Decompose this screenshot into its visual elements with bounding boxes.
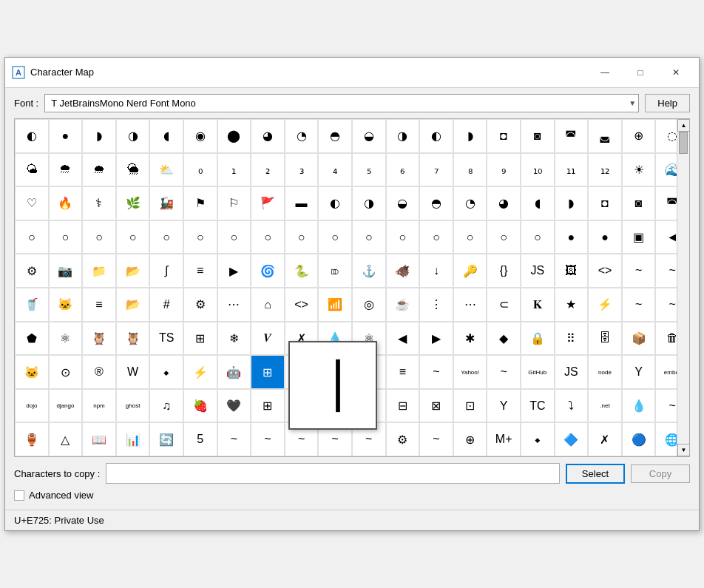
- char-cell[interactable]: 🍓: [183, 389, 217, 423]
- char-cell[interactable]: ○: [419, 220, 453, 254]
- char-cell[interactable]: ≡: [82, 288, 116, 322]
- char-cell[interactable]: ↓: [419, 254, 453, 288]
- char-cell[interactable]: ○: [521, 220, 555, 254]
- char-cell[interactable]: ~: [419, 355, 453, 389]
- char-cell[interactable]: ⤵: [555, 389, 589, 423]
- minimize-button[interactable]: —: [588, 62, 622, 83]
- char-cell[interactable]: <>: [588, 254, 622, 288]
- char-cell[interactable]: ⊂: [487, 288, 521, 322]
- char-cell[interactable]: ●: [555, 220, 589, 254]
- char-cell[interactable]: 🌦: [116, 153, 150, 187]
- char-cell[interactable]: ●: [49, 119, 83, 153]
- char-cell[interactable]: 📖: [82, 422, 116, 456]
- char-cell[interactable]: ◗: [453, 119, 487, 153]
- char-cell[interactable]: ◗: [555, 186, 589, 220]
- char-cell[interactable]: JS: [521, 254, 555, 288]
- char-cell[interactable]: ⎄: [318, 254, 352, 288]
- char-cell[interactable]: ◓: [318, 119, 352, 153]
- scroll-down-button[interactable]: ▼: [677, 444, 690, 456]
- char-cell[interactable]: ⬥: [149, 355, 183, 389]
- char-cell[interactable]: ₀: [183, 153, 217, 187]
- char-cell[interactable]: 🌀: [251, 254, 285, 288]
- char-cell[interactable]: 🏺: [15, 422, 49, 456]
- char-cell[interactable]: ◆: [487, 322, 521, 356]
- char-cell[interactable]: ⚙: [386, 422, 420, 456]
- char-cell[interactable]: ₉: [487, 153, 521, 187]
- char-cell[interactable]: Y: [622, 355, 656, 389]
- char-cell[interactable]: 🗄: [588, 322, 622, 356]
- char-cell[interactable]: ~: [487, 355, 521, 389]
- char-cell[interactable]: ~: [622, 254, 656, 288]
- char-cell[interactable]: 🌧: [82, 153, 116, 187]
- char-cell[interactable]: 🌨: [49, 153, 83, 187]
- char-cell[interactable]: node: [588, 355, 622, 389]
- char-cell[interactable]: .net: [588, 389, 622, 423]
- char-cell[interactable]: ◘: [588, 186, 622, 220]
- char-cell[interactable]: ≡: [386, 355, 420, 389]
- char-cell[interactable]: △: [49, 422, 83, 456]
- char-cell[interactable]: ◒: [352, 119, 386, 153]
- char-cell[interactable]: ₆: [386, 153, 420, 187]
- char-cell[interactable]: #: [149, 288, 183, 322]
- select-button[interactable]: Select: [566, 464, 625, 484]
- char-cell[interactable]: ○: [82, 220, 116, 254]
- char-cell[interactable]: 🌤: [15, 153, 49, 187]
- char-cell[interactable]: django: [49, 389, 83, 423]
- char-cell[interactable]: M+: [487, 422, 521, 456]
- char-cell[interactable]: 📂: [116, 288, 150, 322]
- char-cell[interactable]: ◉: [183, 119, 217, 153]
- char-cell[interactable]: {}: [487, 254, 521, 288]
- char-cell[interactable]: ○: [251, 220, 285, 254]
- char-cell[interactable]: ₁₂: [588, 153, 622, 187]
- char-cell[interactable]: 🐍: [285, 254, 319, 288]
- char-cell[interactable]: ▶: [217, 254, 251, 288]
- char-cell[interactable]: ◎: [352, 288, 386, 322]
- char-cell[interactable]: ⚐: [217, 186, 251, 220]
- char-cell[interactable]: ®: [82, 355, 116, 389]
- char-cell[interactable]: ⋯: [453, 288, 487, 322]
- font-select[interactable]: T JetBrainsMono Nerd Font Mono: [44, 94, 639, 112]
- char-cell[interactable]: 🔒: [521, 322, 555, 356]
- char-cell[interactable]: 🔵: [622, 422, 656, 456]
- char-cell[interactable]: ⚓: [352, 254, 386, 288]
- char-cell[interactable]: ●: [588, 220, 622, 254]
- char-cell[interactable]: ○: [285, 220, 319, 254]
- char-cell[interactable]: ₅: [352, 153, 386, 187]
- char-cell[interactable]: 🔥: [49, 186, 83, 220]
- char-cell[interactable]: ₁: [217, 153, 251, 187]
- char-cell[interactable]: dojo: [15, 389, 49, 423]
- char-cell[interactable]: ~: [217, 422, 251, 456]
- char-cell[interactable]: ◑: [352, 186, 386, 220]
- char-cell[interactable]: ◔: [285, 119, 319, 153]
- char-cell[interactable]: 🦉: [82, 322, 116, 356]
- copy-button[interactable]: Copy: [631, 464, 690, 483]
- char-cell[interactable]: ⚛: [49, 322, 83, 356]
- char-cell[interactable]: ⚙: [183, 288, 217, 322]
- char-cell[interactable]: 📂: [116, 254, 150, 288]
- char-cell[interactable]: TC: [521, 389, 555, 423]
- char-cell[interactable]: ⊕: [453, 422, 487, 456]
- char-cell[interactable]: 🐱: [49, 288, 83, 322]
- char-cell[interactable]: ◘: [487, 119, 521, 153]
- char-cell[interactable]: ⊠: [419, 389, 453, 423]
- char-cell[interactable]: ○: [352, 220, 386, 254]
- char-cell[interactable]: 🤖: [217, 355, 251, 389]
- char-cell[interactable]: <>: [285, 288, 319, 322]
- char-cell[interactable]: ◚: [555, 119, 589, 153]
- char-cell[interactable]: 🔑: [453, 254, 487, 288]
- char-cell[interactable]: 📁: [82, 254, 116, 288]
- char-cell[interactable]: ○: [149, 220, 183, 254]
- char-cell[interactable]: ◔: [453, 186, 487, 220]
- char-cell[interactable]: ⚕: [82, 186, 116, 220]
- char-cell[interactable]: Y: [487, 389, 521, 423]
- char-cell[interactable]: ○: [453, 220, 487, 254]
- char-cell[interactable]: ⛅: [149, 153, 183, 187]
- char-cell[interactable]: ♫: [149, 389, 183, 423]
- char-cell[interactable]: ❄: [217, 322, 251, 356]
- char-cell[interactable]: ≡: [183, 254, 217, 288]
- char-cell[interactable]: ◖: [149, 119, 183, 153]
- char-cell[interactable]: ○: [217, 220, 251, 254]
- char-cell[interactable]: ◗: [82, 119, 116, 153]
- char-cell[interactable]: ○: [318, 220, 352, 254]
- char-cell[interactable]: 🖤: [217, 389, 251, 423]
